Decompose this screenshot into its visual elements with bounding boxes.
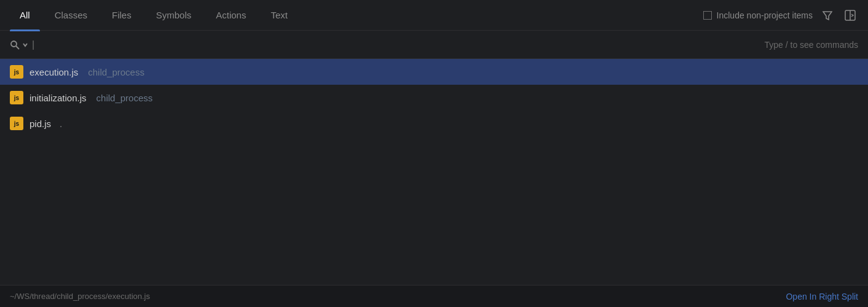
tab-actions[interactable]: Actions <box>206 5 256 25</box>
preview-icon <box>845 10 856 21</box>
result-item-pid[interactable]: js pid.js . <box>0 111 868 136</box>
filter-button[interactable] <box>820 8 835 23</box>
tab-bar: All Classes Files Symbols Actions Text I… <box>0 0 868 31</box>
file-dot-pid: . <box>60 119 62 129</box>
status-bar: ~/WS/thread/child_process/execution.js O… <box>0 285 868 307</box>
tab-options: Include non-project items <box>703 7 858 23</box>
tab-all[interactable]: All <box>10 5 40 25</box>
include-non-project-text: Include non-project items <box>717 10 813 20</box>
filter-icon <box>823 10 832 20</box>
file-name-initialization: initialization.js <box>30 93 87 103</box>
preview-button[interactable] <box>842 7 858 23</box>
search-input[interactable] <box>38 39 764 50</box>
search-bar: | Type / to see commands <box>0 31 868 59</box>
cursor-divider: | <box>32 39 34 50</box>
search-hint: Type / to see commands <box>764 40 858 50</box>
include-non-project-label[interactable]: Include non-project items <box>703 10 813 20</box>
tab-symbols[interactable]: Symbols <box>146 5 202 25</box>
search-icon-area <box>10 40 28 50</box>
file-name-execution: execution.js <box>30 67 78 77</box>
svg-line-4 <box>16 46 19 49</box>
status-path: ~/WS/thread/child_process/execution.js <box>10 292 150 301</box>
file-icon-initialization: js <box>10 91 23 104</box>
svg-marker-0 <box>823 12 832 20</box>
open-right-split-button[interactable]: Open In Right Split <box>786 292 858 301</box>
file-path-initialization: child_process <box>97 93 153 103</box>
search-icon <box>10 40 20 50</box>
file-icon-execution: js <box>10 65 23 79</box>
file-name-pid: pid.js <box>30 119 51 129</box>
search-dialog: All Classes Files Symbols Actions Text I… <box>0 0 868 307</box>
tab-files[interactable]: Files <box>102 5 141 25</box>
tab-text[interactable]: Text <box>261 5 298 25</box>
search-chevron-icon <box>22 42 28 48</box>
include-non-project-checkbox[interactable] <box>703 11 712 20</box>
file-path-execution: child_process <box>88 67 144 77</box>
svg-point-3 <box>11 41 17 47</box>
results-list: js execution.js child_process js initial… <box>0 59 868 285</box>
tabs: All Classes Files Symbols Actions Text <box>10 5 703 25</box>
file-icon-pid: js <box>10 117 23 130</box>
tab-classes[interactable]: Classes <box>45 5 97 25</box>
result-item-initialization[interactable]: js initialization.js child_process <box>0 85 868 111</box>
result-item-execution[interactable]: js execution.js child_process <box>0 59 868 85</box>
